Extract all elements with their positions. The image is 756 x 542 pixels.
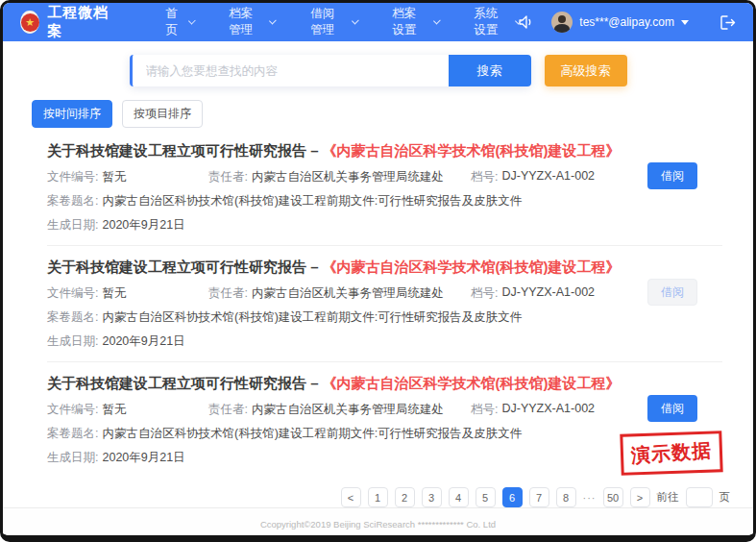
- volume-title: 内蒙古自治区科协技术馆(科技馆)建设工程前期文件:可行性研究报告及皮肤文件: [102, 193, 522, 209]
- pagination: < 1 2 3 4 5 6 7 8 ··· 50 > 前往 页: [3, 487, 753, 507]
- user-menu[interactable]: tes***@alipay.com: [551, 12, 689, 33]
- chevron-down-icon: [188, 17, 196, 25]
- search-section: 搜索 高级搜索: [3, 55, 753, 86]
- card-volume-row: 案卷题名:内蒙古自治区科协技术馆(科技馆)建设工程前期文件:可行性研究报告及皮肤…: [47, 309, 722, 326]
- top-navbar: ★ 工程微档案 首页 档案管理 借阅管理 档案设置 系统设置 tes***@al…: [3, 3, 753, 41]
- card-date-row: 生成日期:2020年9月21日: [47, 217, 722, 234]
- owner: 内蒙古自治区机关事务管理局统建处: [252, 285, 444, 302]
- page-button-last[interactable]: 50: [603, 487, 623, 507]
- file-no: 暂无: [102, 169, 126, 185]
- page-button-4[interactable]: 4: [449, 487, 469, 507]
- chevron-down-icon: [352, 17, 359, 25]
- archive-no: DJ-YYZX-A1-002: [501, 402, 595, 418]
- logout-icon[interactable]: [719, 15, 736, 30]
- sort-toolbar: 按时间排序 按项目排序: [32, 100, 753, 128]
- jumper-prefix-label: 前往: [657, 490, 679, 505]
- volume-title: 内蒙古自治区科协技术馆(科技馆)建设工程前期文件:可行性研究报告及皮肤文件: [102, 426, 522, 442]
- search-box: 搜索: [130, 55, 531, 86]
- footer: Ccopyright©2019 Beijing SciResearch ****…: [3, 507, 753, 542]
- user-avatar: [551, 12, 573, 33]
- borrow-button[interactable]: 借阅: [647, 162, 697, 189]
- nav-item-home[interactable]: 首页: [165, 6, 192, 38]
- owner: 内蒙古自治区机关事务管理局统建处: [252, 402, 444, 418]
- result-list: 关于科技馆建设工程立项可行性研究报告 –《内蒙古自治区科学技术馆(科技馆)建设工…: [3, 128, 753, 478]
- borrow-button[interactable]: 借阅: [647, 279, 697, 306]
- footer-copyright: Ccopyright©2019 Beijing SciResearch ****…: [3, 519, 753, 530]
- card-meta-row: 文件编号:暂无 责任者:内蒙古自治区机关事务管理局统建处 档号:DJ-YYZX-…: [47, 169, 722, 185]
- nav-right-group: tes***@alipay.com: [519, 12, 736, 33]
- volume-title: 内蒙古自治区科协技术馆(科技馆)建设工程前期文件:可行性研究报告及皮肤文件: [102, 309, 522, 326]
- nav-item-system-settings[interactable]: 系统设置: [474, 6, 519, 38]
- card-title: 关于科技馆建设工程立项可行性研究报告 –《内蒙古自治区科学技术馆(科技馆)建设工…: [47, 375, 722, 393]
- card-title-highlight: 《内蒙古自治区科学技术馆(科技馆)建设工程》: [323, 375, 621, 391]
- card-volume-row: 案卷题名:内蒙古自治区科协技术馆(科技馆)建设工程前期文件:可行性研究报告及皮肤…: [47, 426, 722, 442]
- card-title-highlight: 《内蒙古自治区科学技术馆(科技馆)建设工程》: [323, 142, 621, 159]
- chevron-down-icon: [269, 17, 277, 25]
- result-card: 关于科技馆建设工程立项可行性研究报告 –《内蒙古自治区科学技术馆(科技馆)建设工…: [47, 246, 722, 362]
- page-button-8[interactable]: 8: [556, 487, 576, 507]
- page-button-5[interactable]: 5: [476, 487, 496, 507]
- user-email: tes***@alipay.com: [579, 15, 674, 29]
- result-card: 关于科技馆建设工程立项可行性研究报告 –《内蒙古自治区科学技术馆(科技馆)建设工…: [47, 362, 722, 478]
- card-title-highlight: 《内蒙古自治区科学技术馆(科技馆)建设工程》: [323, 259, 621, 275]
- card-date-row: 生成日期:2020年9月21日: [47, 333, 722, 350]
- owner: 内蒙古自治区机关事务管理局统建处: [252, 169, 444, 185]
- nav-item-archive-settings[interactable]: 档案设置: [392, 6, 437, 38]
- file-no: 暂无: [102, 285, 126, 302]
- card-meta-row: 文件编号:暂无 责任者:内蒙古自治区机关事务管理局统建处 档号:DJ-YYZX-…: [47, 285, 722, 302]
- file-no: 暂无: [102, 402, 126, 418]
- chevron-down-icon: [433, 17, 441, 25]
- speaker-icon[interactable]: [519, 15, 534, 29]
- archive-no: DJ-YYZX-A1-002: [501, 169, 595, 185]
- nav-item-archive-mgmt[interactable]: 档案管理: [229, 6, 274, 38]
- sort-by-project-button[interactable]: 按项目排序: [122, 100, 203, 128]
- page-button-6-active[interactable]: 6: [502, 487, 523, 507]
- brand-logo[interactable]: ★ 工程微档案: [20, 4, 111, 40]
- page-ellipsis: ···: [583, 492, 597, 504]
- nav-item-borrow-mgmt[interactable]: 借阅管理: [310, 6, 355, 38]
- search-button[interactable]: 搜索: [449, 55, 531, 86]
- national-emblem-icon: ★: [20, 11, 39, 34]
- page-button-3[interactable]: 3: [422, 487, 442, 507]
- created-date: 2020年9月21日: [102, 333, 184, 350]
- page-button-1[interactable]: 1: [368, 487, 388, 507]
- app-title: 工程微档案: [47, 4, 111, 40]
- card-title: 关于科技馆建设工程立项可行性研究报告 –《内蒙古自治区科学技术馆(科技馆)建设工…: [47, 259, 722, 277]
- app-window: ★ 工程微档案 首页 档案管理 借阅管理 档案设置 系统设置 tes***@al…: [0, 0, 756, 542]
- page-next-button[interactable]: >: [630, 487, 650, 507]
- page-jump-input[interactable]: [686, 487, 713, 507]
- page-button-2[interactable]: 2: [395, 487, 415, 507]
- borrow-button[interactable]: 借阅: [647, 395, 697, 422]
- nav-menu: 首页 档案管理 借阅管理 档案设置 系统设置: [165, 6, 519, 38]
- created-date: 2020年9月21日: [102, 450, 184, 466]
- jumper-suffix-label: 页: [719, 490, 731, 505]
- card-meta-row: 文件编号:暂无 责任者:内蒙古自治区机关事务管理局统建处 档号:DJ-YYZX-…: [47, 402, 722, 418]
- footer-company: 内蒙古*****和利科技有限公司: [3, 538, 753, 542]
- created-date: 2020年9月21日: [102, 217, 184, 234]
- page-button-7[interactable]: 7: [529, 487, 549, 507]
- sort-by-time-button[interactable]: 按时间排序: [32, 100, 112, 128]
- page-prev-button[interactable]: <: [341, 487, 361, 507]
- advanced-search-button[interactable]: 高级搜索: [545, 55, 627, 86]
- archive-no: DJ-YYZX-A1-002: [501, 285, 595, 302]
- result-card: 关于科技馆建设工程立项可行性研究报告 –《内蒙古自治区科学技术馆(科技馆)建设工…: [47, 130, 722, 246]
- card-title: 关于科技馆建设工程立项可行性研究报告 –《内蒙古自治区科学技术馆(科技馆)建设工…: [47, 142, 722, 160]
- caret-down-icon: [681, 20, 689, 25]
- card-volume-row: 案卷题名:内蒙古自治区科协技术馆(科技馆)建设工程前期文件:可行性研究报告及皮肤…: [47, 193, 722, 209]
- search-input[interactable]: [130, 55, 449, 86]
- card-date-row: 生成日期:2020年9月21日: [47, 450, 722, 466]
